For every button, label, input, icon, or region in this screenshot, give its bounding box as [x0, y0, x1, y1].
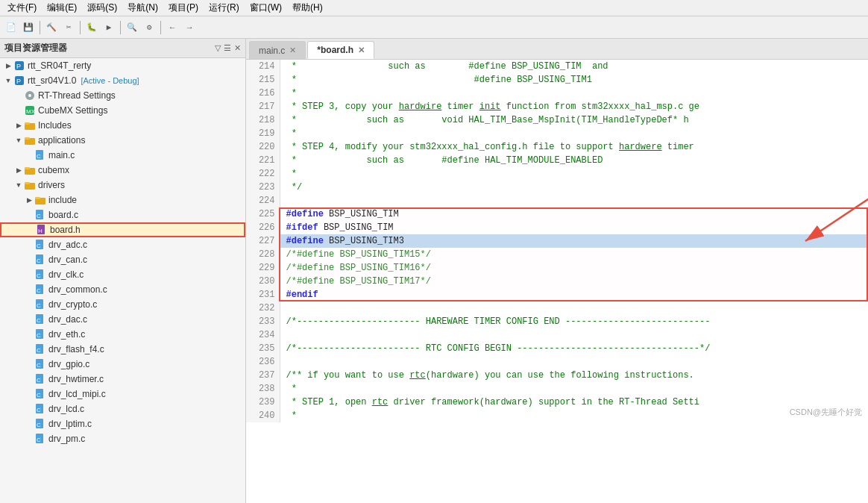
menu-file[interactable]: 文件(F): [3, 1, 41, 15]
svg-rect-19: [35, 197, 40, 199]
line-code-232[interactable]: [280, 302, 868, 315]
line-code-236[interactable]: [280, 355, 868, 369]
sidebar-item-drv_flash_f4[interactable]: Cdrv_flash_f4.c: [0, 342, 245, 357]
code-line-222: 222 *: [246, 167, 868, 181]
line-code-224[interactable]: [280, 194, 868, 207]
line-code-235[interactable]: /*----------------------- RTC CONFIG BEG…: [280, 342, 868, 355]
tree-icon-board_h: H: [36, 224, 48, 236]
line-code-222[interactable]: *: [280, 167, 868, 181]
tab-close-icon[interactable]: ✕: [358, 46, 365, 55]
line-code-237[interactable]: /** if you want to use rtc(hardware) you…: [280, 369, 868, 382]
sidebar-icon-collapse[interactable]: ▽: [215, 43, 221, 53]
sidebar-item-drv_lcd[interactable]: Cdrv_lcd.c: [0, 402, 245, 416]
sidebar-item-main_c[interactable]: Cmain.c: [0, 148, 245, 163]
line-code-238[interactable]: *: [280, 382, 868, 396]
line-code-228[interactable]: /*#define BSP_USING_TIM15*/: [280, 248, 868, 261]
toolbar-btn-back[interactable]: ←: [164, 19, 180, 36]
svg-rect-15: [25, 167, 30, 169]
menu-edit[interactable]: 编辑(E): [43, 1, 81, 15]
sidebar-item-includes[interactable]: ▶Includes: [0, 118, 245, 133]
toolbar-btn-clean[interactable]: ✂: [60, 19, 77, 36]
line-code-233[interactable]: /*----------------------- HAREWARE TIMER…: [280, 315, 868, 328]
menu-window[interactable]: 窗口(W): [245, 1, 286, 15]
tree-label-drv_clk: drv_clk.c: [48, 269, 84, 280]
line-code-240[interactable]: *: [280, 409, 868, 422]
toolbar-btn-build[interactable]: 🔨: [43, 19, 60, 36]
line-number-216: 216: [246, 87, 280, 100]
toolbar-sep4: [160, 21, 161, 34]
sidebar-item-cubemx_folder[interactable]: ▶cubemx: [0, 163, 245, 178]
menu-source[interactable]: 源码(S): [83, 1, 122, 15]
line-number-219: 219: [246, 127, 280, 140]
sidebar-item-rtt_SR04T_rerty[interactable]: ▶Prtt_SR04T_rerty: [0, 58, 245, 73]
sidebar-item-include[interactable]: ▶include: [0, 193, 245, 207]
tree-label-drv_dac: drv_dac.c: [48, 314, 87, 325]
tree-arrow-drv_lptim: [24, 419, 34, 429]
line-code-221[interactable]: * such as #define HAL_TIM_MODULE_ENABLED: [280, 154, 868, 167]
tree-arrow-drv_gpio: [24, 359, 34, 369]
line-code-217[interactable]: * STEP 3, copy your hardwire timer init …: [280, 100, 868, 113]
sidebar-item-drv_pm[interactable]: Cdrv_pm.c: [0, 431, 245, 446]
menu-project[interactable]: 项目(P): [164, 1, 203, 15]
code-line-239: 239 * STEP 1, open rtc driver framework(…: [246, 396, 868, 409]
line-code-216[interactable]: *: [280, 87, 868, 100]
code-area[interactable]: 214 * such as #define BSP_USING_TIM and2…: [246, 60, 868, 503]
menu-run[interactable]: 运行(R): [204, 1, 244, 15]
toolbar-btn-forward[interactable]: →: [181, 19, 198, 36]
line-code-223[interactable]: */: [280, 181, 868, 194]
toolbar-btn-debug[interactable]: 🐛: [84, 19, 100, 36]
sidebar-item-board_c[interactable]: Cboard.c: [0, 207, 245, 222]
svg-text:C: C: [37, 287, 41, 294]
line-code-231[interactable]: #endif: [280, 288, 868, 302]
toolbar-btn-save[interactable]: 💾: [20, 19, 37, 36]
tab-main-c[interactable]: main.c✕: [249, 41, 306, 59]
sidebar-item-drv_adc[interactable]: Cdrv_adc.c: [0, 237, 245, 252]
line-code-230[interactable]: /*#define BSP_USING_TIM17*/: [280, 275, 868, 288]
line-code-239[interactable]: * STEP 1, open rtc driver framework(hard…: [280, 396, 868, 409]
line-code-218[interactable]: * such as void HAL_TIM_Base_MspInit(TIM_…: [280, 113, 868, 127]
sidebar-item-drv_clk[interactable]: Cdrv_clk.c: [0, 267, 245, 282]
line-code-214[interactable]: * such as #define BSP_USING_TIM and: [280, 60, 868, 73]
sidebar-item-rt-thread[interactable]: RT-Thread Settings: [0, 88, 245, 103]
sidebar-item-drivers[interactable]: ▼drivers: [0, 178, 245, 193]
sidebar-item-board_h[interactable]: Hboard.h: [0, 222, 245, 237]
toolbar-btn-new[interactable]: 📄: [3, 19, 19, 36]
sidebar-item-drv_dac[interactable]: Cdrv_dac.c: [0, 312, 245, 327]
line-code-234[interactable]: [280, 328, 868, 342]
tree-icon-drv_crypto: C: [34, 299, 46, 310]
sidebar-item-drv_gpio[interactable]: Cdrv_gpio.c: [0, 357, 245, 372]
sidebar-item-rtt_sr04v1[interactable]: ▼Prtt_sr04V1.0[Active - Debug]: [0, 73, 245, 88]
line-code-219[interactable]: *: [280, 127, 868, 140]
tree-arrow-drv_hwtimer: [24, 374, 34, 384]
line-code-226[interactable]: #ifdef BSP_USING_TIM: [280, 221, 868, 234]
sidebar-item-drv_eth[interactable]: Cdrv_eth.c: [0, 327, 245, 342]
tree-arrow-drv_pm: [24, 434, 34, 444]
tree-icon-drv_lptim: C: [34, 418, 46, 430]
sidebar-item-drv_hwtimer[interactable]: Cdrv_hwtimer.c: [0, 372, 245, 387]
menu-help[interactable]: 帮助(H): [288, 1, 327, 15]
menu-navigate[interactable]: 导航(N): [123, 1, 163, 15]
tree-label-rt-thread: RT-Thread Settings: [38, 90, 116, 101]
sidebar-item-drv_crypto[interactable]: Cdrv_crypto.c: [0, 297, 245, 312]
sidebar-item-applications[interactable]: ▼applications: [0, 133, 245, 148]
line-code-220[interactable]: * STEP 4, modify your stm32xxxx_hal_conf…: [280, 140, 868, 154]
sidebar-item-drv_lptim[interactable]: Cdrv_lptim.c: [0, 416, 245, 431]
toolbar-btn-search[interactable]: 🔍: [124, 19, 140, 36]
line-number-224: 224: [246, 194, 280, 207]
sidebar-item-drv_lcd_mipi[interactable]: Cdrv_lcd_mipi.c: [0, 387, 245, 402]
sidebar-item-cubemx[interactable]: MXCubeMX Settings: [0, 103, 245, 118]
sidebar-item-drv_can[interactable]: Cdrv_can.c: [0, 252, 245, 267]
tree-label-board_h: board.h: [50, 225, 81, 235]
sidebar-icon-menu[interactable]: ☰: [224, 43, 231, 53]
tab--board-h[interactable]: *board.h✕: [307, 41, 374, 59]
toolbar-btn-run[interactable]: ▶: [101, 19, 117, 36]
line-code-215[interactable]: * #define BSP_USING_TIM1: [280, 73, 868, 87]
line-code-229[interactable]: /*#define BSP_USING_TIM16*/: [280, 261, 868, 275]
tab-close-icon[interactable]: ✕: [289, 46, 296, 55]
tree-icon-drv_clk: C: [34, 269, 46, 281]
sidebar-item-drv_common[interactable]: Cdrv_common.c: [0, 282, 245, 297]
sidebar-icon-close[interactable]: ✕: [234, 43, 241, 53]
line-code-227[interactable]: #define BSP_USING_TIM3: [280, 234, 868, 248]
toolbar-btn-settings[interactable]: ⚙: [141, 19, 157, 36]
line-code-225[interactable]: #define BSP_USING_TIM: [280, 207, 868, 221]
